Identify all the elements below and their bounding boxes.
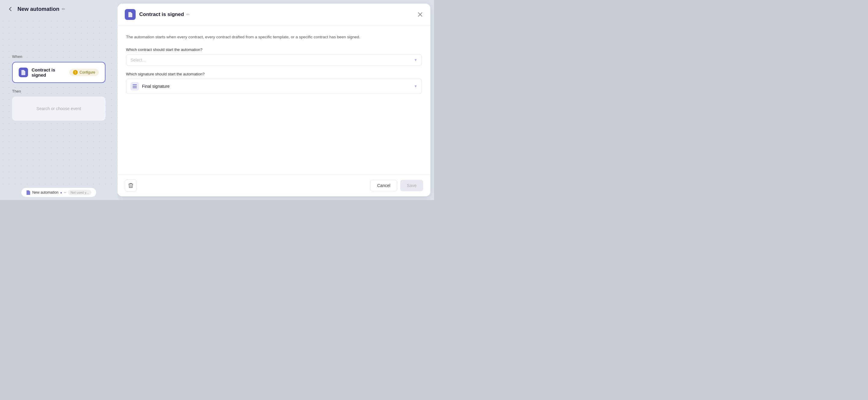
configure-badge[interactable]: ! Configure xyxy=(69,69,99,76)
signature-question: Which signature should start the automat… xyxy=(126,72,422,76)
right-panel: Contract is signed ✏ The automation star… xyxy=(118,4,430,196)
contract-select[interactable]: Select... ▼ xyxy=(126,54,422,66)
not-used-badge: Not used y... xyxy=(68,190,91,195)
bottom-tab[interactable]: New automation ● ✏ Not used y... xyxy=(22,188,96,197)
footer-right: Cancel Save xyxy=(370,180,423,191)
right-header: Contract is signed ✏ xyxy=(118,4,430,26)
list-icon xyxy=(130,82,139,90)
search-event-placeholder: Search or choose event xyxy=(36,106,81,111)
trigger-doc-icon xyxy=(19,67,28,77)
when-label: When xyxy=(12,54,105,59)
right-body: The automation starts when every contrac… xyxy=(118,26,430,174)
back-button[interactable] xyxy=(6,5,14,13)
right-footer: Cancel Save xyxy=(118,174,430,196)
trigger-card-left: Contract is signed xyxy=(19,67,69,78)
right-header-title: Contract is signed xyxy=(139,11,184,18)
bottom-tab-label: New automation xyxy=(32,190,59,195)
warning-icon: ! xyxy=(73,70,78,75)
right-header-edit-icon[interactable]: ✏ xyxy=(186,12,190,17)
bottom-bar: New automation ● ✏ Not used y... xyxy=(0,185,118,200)
signature-chevron-icon: ▼ xyxy=(414,84,417,88)
cancel-button[interactable]: Cancel xyxy=(370,180,397,191)
signature-value-wrapper: Final signature xyxy=(130,82,170,90)
svg-rect-2 xyxy=(133,87,137,88)
trigger-title: Contract is signed xyxy=(32,67,69,78)
edit-title-icon[interactable]: ✏ xyxy=(62,7,65,11)
signature-value: Final signature xyxy=(142,84,170,89)
description-text: The automation starts when every contrac… xyxy=(126,34,422,40)
configure-label: Configure xyxy=(80,70,95,75)
trigger-card[interactable]: Contract is signed ! Configure xyxy=(12,62,105,83)
signature-select[interactable]: Final signature ▼ xyxy=(126,79,422,94)
left-content: When Contract is signed ! Configure xyxy=(0,18,118,127)
then-label: Then xyxy=(12,89,105,93)
contract-placeholder: Select... xyxy=(130,58,146,62)
right-header-doc-icon xyxy=(125,9,135,20)
top-bar: New automation ✏ xyxy=(0,0,118,18)
left-panel: New automation ✏ When Contract is signed xyxy=(0,0,118,200)
close-button[interactable] xyxy=(416,10,424,19)
main-container: New automation ✏ When Contract is signed xyxy=(0,0,434,200)
page-title: New automation xyxy=(18,6,59,12)
save-button[interactable]: Save xyxy=(400,180,423,191)
search-event-box[interactable]: Search or choose event xyxy=(12,96,105,121)
delete-button[interactable] xyxy=(125,179,137,192)
contract-chevron-icon: ▼ xyxy=(414,58,417,62)
svg-rect-0 xyxy=(133,84,137,85)
contract-question: Which contract should start the automati… xyxy=(126,47,422,52)
svg-rect-1 xyxy=(133,86,137,87)
